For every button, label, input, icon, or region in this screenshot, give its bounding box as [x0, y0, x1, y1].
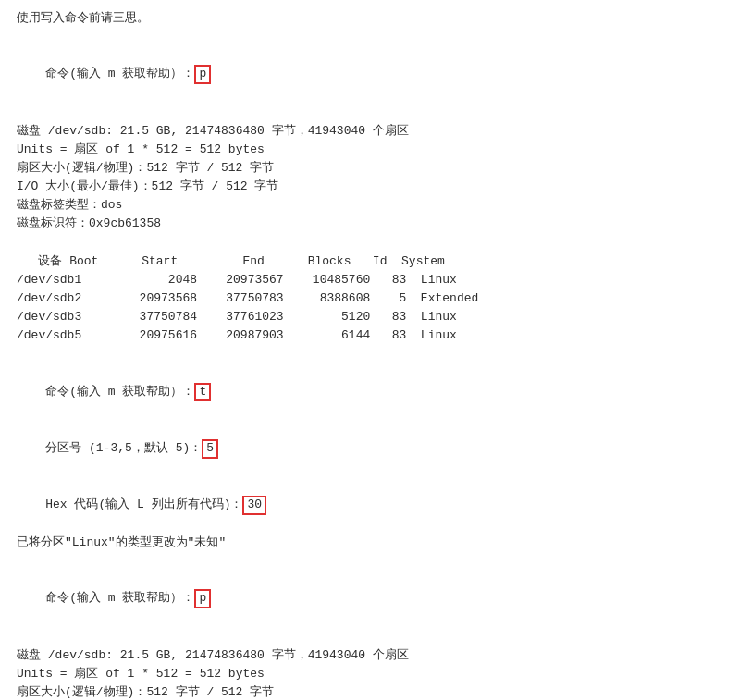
cmd-prompt-3: 命令(输入 m 获取帮助）： — [45, 591, 194, 605]
table-row-1-2: /dev/sdb3 37750784 37761023 5120 83 Linu… — [17, 308, 722, 326]
hex-prompt-line: Hex 代码(输入 L 列出所有代码)：30 — [17, 477, 722, 534]
disk-info-1-4: 磁盘标签类型：dos — [17, 196, 722, 215]
disk-info-1-1: Units = 扇区 of 1 * 512 = 512 bytes — [17, 141, 722, 159]
disk-info-2-2: 扇区大小(逻辑/物理)：512 字节 / 512 字节 — [17, 683, 722, 700]
partition-value: 5 — [202, 439, 218, 459]
cmd-line-2: 命令(输入 m 获取帮助）：t — [17, 363, 722, 420]
cmd-value-3: p — [194, 589, 211, 608]
warning-text: 使用写入命令前请三思。 — [17, 9, 722, 28]
disk-info-1-3: I/O 大小(最小/最佳)：512 字节 / 512 字节 — [17, 178, 722, 196]
cmd-line-1: 命令(输入 m 获取帮助）：p — [17, 46, 722, 103]
terminal: 使用写入命令前请三思。 命令(输入 m 获取帮助）：p 磁盘 /dev/sdb:… — [17, 9, 722, 700]
disk-info-2-1: Units = 扇区 of 1 * 512 = 512 bytes — [17, 665, 722, 683]
disk-info-1-2: 扇区大小(逻辑/物理)：512 字节 / 512 字节 — [17, 159, 722, 178]
disk-info-1-0: 磁盘 /dev/sdb: 21.5 GB, 21474836480 字节，419… — [17, 122, 722, 141]
table-row-1-3: /dev/sdb5 20975616 20987903 6144 83 Linu… — [17, 326, 722, 345]
hex-label: Hex 代码(输入 L 列出所有代码)： — [45, 497, 242, 511]
disk-info-1-5: 磁盘标识符：0x9cb61358 — [17, 215, 722, 233]
cmd-prompt-2: 命令(输入 m 获取帮助）： — [45, 385, 194, 399]
notice-text: 已将分区"Linux"的类型更改为"未知" — [17, 534, 722, 552]
cmd-line-3: 命令(输入 m 获取帮助）：p — [17, 571, 722, 627]
cmd-prompt-1: 命令(输入 m 获取帮助）： — [45, 67, 194, 80]
hex-value: 30 — [242, 496, 266, 515]
partition-label: 分区号 (1-3,5，默认 5)： — [45, 441, 202, 455]
cmd-value-2: t — [194, 383, 211, 402]
disk-info-2-0: 磁盘 /dev/sdb: 21.5 GB, 21474836480 字节，419… — [17, 646, 722, 665]
table-header-1: 设备 Boot Start End Blocks Id System — [17, 252, 722, 271]
table-row-1-0: /dev/sdb1 2048 20973567 10485760 83 Linu… — [17, 271, 722, 289]
partition-prompt-line: 分区号 (1-3,5，默认 5)：5 — [17, 421, 722, 477]
table-row-1-1: /dev/sdb2 20973568 37750783 8388608 5 Ex… — [17, 289, 722, 308]
cmd-value-1: p — [194, 65, 211, 84]
